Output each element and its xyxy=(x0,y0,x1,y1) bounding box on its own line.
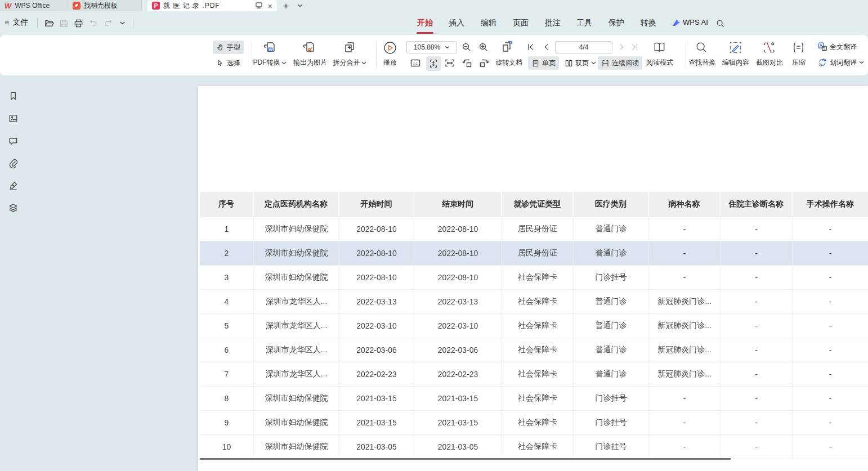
undo-icon[interactable] xyxy=(87,17,100,29)
bookmark-panel-icon[interactable] xyxy=(6,89,20,102)
table-cell: 新冠肺炎门诊... xyxy=(649,338,721,362)
tab-wps-home[interactable]: W WPS Office xyxy=(0,0,68,11)
tab-document-active[interactable]: P 就 医 记 录 .PDF × xyxy=(147,0,277,11)
select-tool-label: 选择 xyxy=(227,59,240,68)
table-row: 4深圳市龙华区人...2022-03-132022-03-13社会保障卡普通门诊… xyxy=(200,290,868,314)
svg-text:文: 文 xyxy=(818,63,822,66)
horizontal-scrollbar[interactable] xyxy=(200,458,731,460)
table-cell: 社会保障卡 xyxy=(502,290,574,313)
word-translate-icon: A 文 xyxy=(817,57,827,68)
chevron-down-icon xyxy=(281,60,287,66)
table-cell: 10 xyxy=(200,435,254,459)
fit-width-icon[interactable] xyxy=(444,57,455,69)
play-label: 播放 xyxy=(383,58,397,68)
full-translate-button[interactable]: A 文 全文翻译 xyxy=(814,40,860,53)
table-cell: 门诊挂号 xyxy=(574,435,649,459)
zoom-out-icon[interactable] xyxy=(461,42,472,52)
attachment-panel-icon[interactable] xyxy=(6,156,20,170)
more-quick-actions-chevron[interactable] xyxy=(116,17,128,29)
fit-height-icon[interactable] xyxy=(426,56,441,71)
table-cell: 社会保障卡 xyxy=(502,314,574,338)
table-cell: - xyxy=(649,266,721,289)
tab-list-chevron[interactable] xyxy=(297,0,303,11)
thumbnail-panel-icon[interactable] xyxy=(6,111,20,125)
wps-ai-button[interactable]: WPS AI xyxy=(672,18,708,26)
open-file-icon[interactable] xyxy=(43,17,55,29)
redo-icon[interactable] xyxy=(102,17,114,29)
signature-panel-icon[interactable] xyxy=(6,178,20,192)
table-cell: - xyxy=(793,217,868,241)
tab-docer-templates[interactable]: 找稻壳模板 xyxy=(68,0,142,11)
table-cell: 居民身份证 xyxy=(502,241,574,265)
close-tab-icon[interactable]: × xyxy=(267,2,272,10)
actual-size-1to1-icon[interactable]: 1:1 xyxy=(410,57,421,69)
table-cell: - xyxy=(793,241,868,265)
last-page-icon[interactable] xyxy=(630,42,639,52)
menu-row: ≡ 文件 开始 插入 编辑 页面 批注 工具 保护 转换 xyxy=(0,11,868,35)
pdf-page: 序号定点医药机构名称开始时间结束时间就诊凭证类型医疗类别病种名称住院主诊断名称手… xyxy=(198,86,868,471)
menu-tab-convert[interactable]: 转换 xyxy=(639,18,658,28)
menu-tab-annotate[interactable]: 批注 xyxy=(543,18,562,28)
menu-tab-protect[interactable]: 保护 xyxy=(607,18,626,28)
rotate-right-icon[interactable] xyxy=(478,57,490,69)
docer-icon xyxy=(73,2,80,10)
word-translate-button[interactable]: A 文 划词翻译 xyxy=(814,56,867,69)
compress-label: 压缩 xyxy=(790,58,807,68)
table-row: 3深圳市妇幼保健院2022-08-102022-08-10社会保障卡门诊挂号--… xyxy=(200,266,868,290)
table-cell: - xyxy=(793,314,868,338)
column-header: 医疗类别 xyxy=(574,192,649,217)
enter-full-window-icon[interactable] xyxy=(255,1,263,11)
tab-bar: W WPS Office 找稻壳模板 P 就 医 记 录 .PDF × + xyxy=(0,0,868,11)
table-cell: 新冠肺炎门诊... xyxy=(649,290,721,313)
column-header: 住院主诊断名称 xyxy=(721,192,793,217)
table-cell: 2021-03-15 xyxy=(414,387,502,410)
hand-icon xyxy=(216,43,225,52)
table-cell: 普通门诊 xyxy=(574,241,649,265)
split-merge-icon xyxy=(342,41,357,55)
menu-tab-home[interactable]: 开始 xyxy=(415,18,435,28)
hand-tool-button[interactable]: 手型 xyxy=(213,41,244,54)
table-cell: 8 xyxy=(200,387,254,410)
table-cell: - xyxy=(721,338,793,362)
rotate-left-icon[interactable] xyxy=(462,57,473,69)
first-page-icon[interactable] xyxy=(526,42,535,52)
save-icon[interactable] xyxy=(57,17,70,29)
column-header: 就诊凭证类型 xyxy=(502,192,574,217)
continuous-read-button[interactable]: 连续阅读 xyxy=(598,56,642,70)
column-header: 开始时间 xyxy=(339,192,414,217)
menu-tab-page[interactable]: 页面 xyxy=(511,18,530,28)
table-cell: - xyxy=(793,290,868,313)
page-number-input[interactable]: 4/4 xyxy=(555,41,612,53)
table-cell: 深圳市龙华区人... xyxy=(254,362,339,386)
next-page-icon[interactable] xyxy=(617,42,627,52)
table-cell: - xyxy=(649,241,721,265)
cursor-icon xyxy=(216,59,225,68)
chevron-down-icon xyxy=(859,60,864,65)
single-page-button[interactable]: 单页 xyxy=(528,56,559,70)
edit-content-label: 编辑内容 xyxy=(722,58,750,68)
table-cell: - xyxy=(793,338,868,362)
table-cell: - xyxy=(721,290,793,313)
table-cell: - xyxy=(649,387,721,410)
menu-tab-edit[interactable]: 编辑 xyxy=(479,18,498,28)
prev-page-icon[interactable] xyxy=(542,42,551,52)
search-icon[interactable] xyxy=(714,17,726,29)
table-cell: - xyxy=(649,217,721,241)
comment-panel-icon[interactable] xyxy=(6,134,20,147)
menu-tab-tools[interactable]: 工具 xyxy=(575,18,594,28)
table-cell: 6 xyxy=(200,338,254,362)
zoom-in-icon[interactable] xyxy=(478,42,489,52)
table-cell: 2021-03-05 xyxy=(414,435,502,459)
double-page-button[interactable]: 双页 xyxy=(561,56,599,70)
layers-panel-icon[interactable] xyxy=(6,201,20,214)
wps-pdf-window: W WPS Office 找稻壳模板 P 就 医 记 录 .PDF × + xyxy=(0,0,868,471)
table-cell: 2022-03-06 xyxy=(339,338,414,362)
print-icon[interactable] xyxy=(72,17,84,29)
hamburger-icon: ≡ xyxy=(5,19,9,26)
new-tab-button[interactable]: + xyxy=(283,0,289,11)
menu-tab-insert[interactable]: 插入 xyxy=(447,18,466,28)
zoom-level-select[interactable]: 105.88% xyxy=(406,41,457,53)
table-row: 8深圳市妇幼保健院2021-03-152021-03-15社会保障卡门诊挂号--… xyxy=(200,387,868,411)
file-menu-button[interactable]: ≡ 文件 xyxy=(5,17,28,28)
select-tool-button[interactable]: 选择 xyxy=(213,56,244,70)
